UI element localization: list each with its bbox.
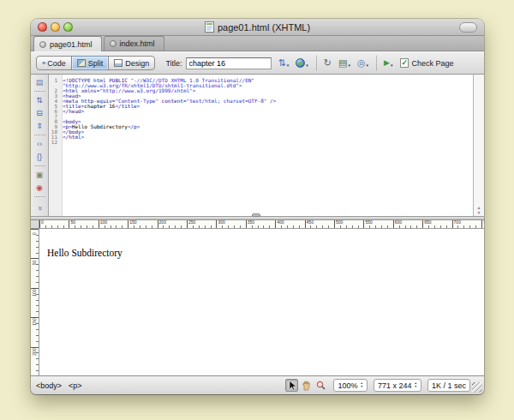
ruler-split-handle[interactable] [252,213,260,217]
coding-toolbar: ▤⇅⊟⇕‹›{}▣◉» [31,75,49,216]
code-editor[interactable]: 1<!DOCTYPE html PUBLIC "-//W3C//DTD XHTM… [49,75,473,216]
ruler-label: 600 [395,220,402,225]
zoom-tool-button[interactable] [314,379,327,392]
split-view-button[interactable]: Split [71,56,110,70]
ruler-label: 250 [188,220,195,225]
ruler-label: 150 [33,318,37,327]
zoom-tool-icon [316,381,326,390]
validate-markup-icon[interactable]: ▶▾ [384,58,392,68]
toolbar-capsule-button[interactable] [459,22,477,33]
horizontal-ruler: 0501001502002503003504004505005506006507… [39,220,484,228]
ruler-label: 100 [100,220,107,225]
toolbar-divider [376,56,377,70]
coding-toolbar-divider [34,165,45,166]
coding-toolbar-divider [34,91,45,92]
download-stats: 1K / 1 sec [427,379,470,392]
window-size-value: 771 x 244 [378,381,412,390]
split-view-icon [77,59,86,67]
ruler-label: 500 [336,220,343,225]
vertical-ruler: 050100150200 [31,229,39,375]
document-icon [205,21,214,33]
highlight-invalid-code-icon[interactable]: ◉ [33,183,46,193]
design-view-icon [114,59,123,67]
preview-in-browser-icon[interactable]: ▾ [296,58,308,68]
design-paragraph[interactable]: Hello Subdirectory [47,248,484,258]
ruler-label: 700 [454,220,461,225]
apply-comment-icon[interactable]: ▣ [33,170,46,180]
tab-page01-html[interactable]: page01.html [33,36,102,51]
tab-close-icon[interactable] [39,41,46,48]
scroll-down-arrow-icon[interactable]: ▼ [477,210,481,215]
design-canvas[interactable]: Hello Subdirectory [39,229,484,375]
more-coding-tools-chevron-icon[interactable]: » [34,202,45,215]
visual-aids-icon[interactable]: ◎▾ [357,58,368,68]
ruler-label: 0 [41,220,44,225]
collapse-full-tag-icon[interactable]: ⇅ [33,95,46,105]
window-titlebar[interactable]: page01.html (XHTML) [31,19,484,36]
ruler-label: 50 [70,220,75,225]
download-stats-value: 1K / 1 sec [432,381,466,390]
select-tool-button[interactable] [285,379,298,392]
file-management-icon[interactable]: ⇅▾ [278,58,290,68]
tab-index-html[interactable]: index.html [104,36,164,51]
code-vertical-scrollbar[interactable]: ▲ ▼ [473,75,484,216]
dreamweaver-window: page01.html (XHTML) page01.html index.ht… [31,19,484,394]
ruler-label: 750 [483,220,484,225]
balance-braces-icon[interactable]: {} [33,152,46,162]
ruler-label: 100 [33,288,37,297]
magnification-select[interactable]: 100% ▲▼ [333,379,368,392]
view-options-icon[interactable]: ▤▾ [338,58,350,68]
select-parent-tag-icon[interactable]: ‹› [33,139,46,149]
document-toolbar: ‹› Code Split Design Title: ⇅▾ ▾ ↻ ▤▾ ◎▾ [31,51,484,75]
status-bar: <body> <p> 100% ▲▼ [31,375,484,394]
ruler-label: 450 [307,220,314,225]
stepper-icon: ▲▼ [415,382,417,388]
minimize-window-button[interactable] [51,22,60,32]
ruler-label: 400 [277,220,284,225]
ruler-label: 200 [33,347,37,356]
document-title-input[interactable] [186,57,272,69]
ruler-row: 0501001502002503003504004505005506006507… [31,220,484,229]
window-title-group: page01.html (XHTML) [31,21,484,33]
tab-label: page01.html [50,40,93,49]
ruler-label: 650 [424,220,431,225]
stepper-icon: ▲▼ [360,382,362,388]
code-pane: ▤⇅⊟⇕‹›{}▣◉» 1<!DOCTYPE html PUBLIC "-//W… [31,75,484,216]
toolbar-divider [316,56,317,70]
ruler-label: 350 [248,220,254,225]
refresh-design-view-icon[interactable]: ↻ [324,58,332,68]
line-number: 12 [49,140,60,145]
open-documents-icon[interactable]: ▤ [33,77,46,87]
tag-selector: <body> <p> [36,381,82,390]
ruler-origin-corner[interactable] [31,220,39,228]
close-window-button[interactable] [38,22,47,32]
code-view-icon: ‹› [42,60,45,67]
ruler-label: 300 [218,220,224,225]
tab-label: index.html [120,39,155,48]
hand-tool-button[interactable] [300,379,313,392]
magnification-value: 100% [338,381,357,390]
code-view-button[interactable]: ‹› Code [36,56,72,70]
check-page-button[interactable]: Check Page [400,58,454,68]
tab-close-icon[interactable] [110,40,117,47]
ruler-label: 0 [33,230,37,238]
window-resize-grip[interactable] [472,382,482,393]
tag-selector-body[interactable]: <body> [36,381,62,390]
design-view-button[interactable]: Design [108,56,155,70]
zoom-window-button[interactable] [63,22,73,32]
ruler-label: 50 [33,259,37,267]
code-rows: 1<!DOCTYPE html PUBLIC "-//W3C//DTD XHTM… [49,78,473,145]
ruler-label: 150 [129,220,136,225]
ruler-label: 550 [365,220,372,225]
ruler-label: 200 [159,220,166,225]
expand-all-icon[interactable]: ⇕ [33,121,46,131]
window-size-select[interactable]: 771 x 244 ▲▼ [374,379,421,392]
select-tool-icon [288,381,296,391]
coding-toolbar-divider [34,196,45,197]
design-pane: 050100150200 Hello Subdirectory [31,229,484,375]
collapse-selection-icon[interactable]: ⊟ [33,108,46,118]
tag-selector-p[interactable]: <p> [69,381,82,390]
code-row[interactable]: 12 [49,140,473,145]
code-line-text[interactable] [60,140,66,145]
hand-tool-icon [302,381,311,391]
